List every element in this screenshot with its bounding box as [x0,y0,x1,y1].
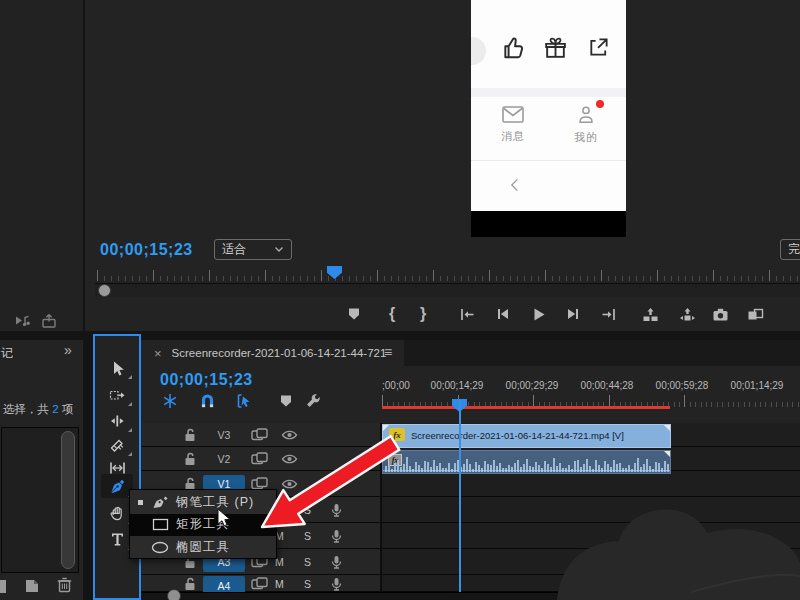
resolution-select[interactable]: 完 [780,239,800,260]
type-tool-icon [110,531,125,547]
mark-out-button[interactable]: } [412,303,434,325]
razor-tool[interactable] [101,433,133,457]
play-audio-icon[interactable] [14,313,31,329]
ripple-edit-tool-icon [109,413,126,429]
selection-tool[interactable] [101,356,133,380]
razor-tool-icon [109,437,126,453]
render-bar-red [382,406,670,409]
selection-tool-icon [109,360,126,377]
zoom-fit-value: 适合 [222,241,246,258]
clip-corner [664,425,670,431]
audio-clip[interactable]: fx [382,450,671,474]
ripple-edit-tool[interactable] [101,409,133,433]
ruler-label: 00;00;14;29 [431,380,484,391]
phone-black-bar [471,211,626,237]
add-marker-icon [279,394,293,408]
monitor-mini-ruler[interactable] [95,266,800,282]
selected-indicator [138,500,143,505]
lift-icon [642,307,659,322]
timeline-timecode[interactable]: 00;00;15;23 [160,371,253,389]
export-frame-button[interactable] [709,303,731,325]
monitor-scrollbar[interactable] [95,283,800,297]
project-panel [0,0,83,331]
track-lane-v1[interactable] [382,471,800,497]
mouse-cursor [215,508,233,530]
ruler-label: 00;01;14;29 [731,380,784,391]
annotation-arrow [250,425,410,540]
timeline-toolbar [141,390,381,412]
add-marker-button[interactable] [275,390,297,412]
panel-divider[interactable] [83,0,85,331]
solo-button[interactable]: S [304,556,311,568]
rectangle-icon [151,518,169,531]
mark-in-button[interactable]: { [381,303,403,325]
export-icon[interactable] [41,313,58,329]
watermark-blob [556,495,800,600]
go-to-out-icon [601,307,617,322]
snap-magnet-button[interactable] [196,390,218,412]
chevron-left-icon [507,176,523,194]
thumbs-up-icon[interactable] [501,35,527,62]
panel-menu-icon[interactable]: ≡ [384,344,392,360]
tab-sequence[interactable]: × Screenrecorder-2021-01-06-14-21-44-721… [141,340,404,366]
go-to-out-button[interactable] [598,303,620,325]
track-select-forward-tool-icon [109,387,126,403]
panel-overflow-icon[interactable]: » [64,342,72,358]
track-target-icon[interactable] [251,577,268,590]
person-icon [575,104,597,126]
lift-button[interactable] [639,303,661,325]
new-item-icon[interactable] [24,578,40,594]
trash-icon[interactable] [56,576,73,594]
mute-button[interactable]: M [275,578,284,590]
step-forward-button[interactable] [562,303,584,325]
timeline-hscrollbar-knob[interactable] [167,589,181,600]
phone-tab-messages[interactable]: 消息 [491,104,535,144]
nest-toggle-button[interactable] [159,390,181,412]
solo-button[interactable]: S [304,578,311,590]
go-to-in-button[interactable] [456,303,478,325]
monitor-scrollbar-knob[interactable] [98,284,111,297]
flyout-corner-icon [128,402,132,406]
phone-tab-mine[interactable]: 我的 [564,104,608,145]
compare-view-icon [747,307,764,322]
track-label-v3[interactable]: V3 [203,426,245,445]
mic-icon[interactable] [330,555,343,570]
markers-scrollbar-thumb[interactable] [61,431,75,569]
mail-icon [501,104,525,125]
play-button[interactable] [527,303,549,325]
step-back-icon [495,307,510,321]
program-preview-frame: 消息我的 [471,0,626,237]
flyout-corner-icon [128,375,132,379]
compare-view-button[interactable] [744,303,766,325]
phone-tab-label: 消息 [491,129,535,144]
lock-open-icon[interactable] [184,452,197,466]
add-marker-icon [347,307,361,321]
phone-thin-divider [471,160,626,161]
linked-selection-button[interactable] [233,390,255,412]
close-icon[interactable]: × [154,346,162,361]
add-marker-button[interactable] [343,303,365,325]
partial-icon[interactable] [0,579,8,594]
gift-icon[interactable] [543,35,568,62]
resolution-value: 完 [788,241,800,258]
track-select-forward-tool[interactable] [101,383,133,407]
ruler-label: 00;00;44;28 [581,380,634,391]
zoom-fit-select[interactable]: 适合 [214,239,292,260]
lock-open-icon[interactable] [184,428,197,442]
flyout-corner-icon [128,428,132,432]
tab-markers[interactable]: 标记 [0,345,14,362]
share-icon[interactable] [587,35,610,60]
monitor-timecode[interactable]: 00;00;15;23 [100,241,193,259]
hand-tool-icon [109,505,126,522]
extract-button[interactable] [676,303,698,325]
video-clip[interactable]: fx Screenrecorder-2021-01-06-14-21-44-72… [382,424,671,448]
program-monitor: 消息我的 00;00;15;23 适合 完 {} [85,0,800,331]
timeline-ruler[interactable]: ;00;0000;00;14;2900;00;29;2900;00;44;280… [382,366,800,423]
mic-icon[interactable] [330,577,343,592]
track-label-v2[interactable]: V2 [203,450,245,469]
step-forward-icon [566,307,581,321]
step-back-button[interactable] [491,303,513,325]
ruler-label: 00;00;59;28 [656,380,709,391]
settings-wrench-button[interactable] [302,390,324,412]
lock-open-icon[interactable] [184,577,197,591]
